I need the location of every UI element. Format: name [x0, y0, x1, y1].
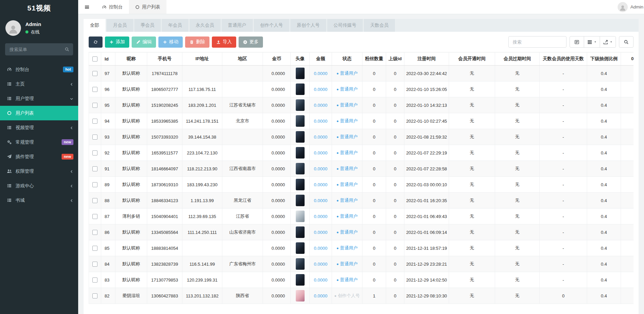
user-avatar-thumbnail[interactable] [296, 83, 305, 95]
row-checkbox[interactable] [92, 103, 97, 108]
status-badge[interactable]: ●普通用户 [336, 87, 358, 92]
user-avatar-thumbnail[interactable] [296, 115, 305, 127]
row-checkbox[interactable] [92, 246, 97, 251]
money-link[interactable]: 0.0000 [314, 214, 328, 219]
money-link[interactable]: 0.0000 [314, 262, 328, 267]
topbar-tab-console[interactable]: 控制台 [96, 0, 129, 14]
money-link[interactable]: 0.0000 [314, 103, 328, 108]
money-link[interactable]: 0.0000 [314, 198, 328, 203]
status-badge[interactable]: ●普通用户 [336, 166, 358, 171]
filter-tab-2[interactable]: 季会员 [134, 19, 161, 32]
pencil-icon [136, 40, 140, 44]
status-badge[interactable]: ●普通用户 [336, 71, 358, 76]
sidebar-search-input[interactable] [5, 43, 73, 55]
edit-button[interactable]: 编辑 [132, 37, 156, 48]
sidebar-item-permission-management[interactable]: 权限管理 [0, 164, 78, 178]
money-link[interactable]: 0.0000 [314, 182, 328, 187]
user-avatar-thumbnail[interactable] [296, 258, 305, 270]
select-all-checkbox[interactable] [92, 56, 97, 62]
filter-tab-1[interactable]: 月会员 [107, 19, 133, 32]
status-badge[interactable]: ●普通用户 [336, 182, 358, 187]
row-checkbox[interactable] [92, 230, 97, 235]
user-avatar-thumbnail[interactable] [296, 290, 305, 301]
money-link[interactable]: 0.0000 [314, 166, 328, 171]
money-link[interactable]: 0.0000 [314, 71, 328, 76]
filter-tab-9[interactable]: 天数会员 [364, 19, 395, 32]
status-badge[interactable]: ●普通用户 [336, 150, 358, 155]
sidebar-item-user-list[interactable]: 用户列表 [0, 106, 78, 120]
export-button[interactable] [600, 36, 616, 48]
status-badge[interactable]: ●普通用户 [336, 118, 358, 123]
sidebar-item-general-management[interactable]: 常规管理new [0, 135, 78, 149]
money-link[interactable]: 0.0000 [314, 87, 328, 92]
topbar-tab-user-list[interactable]: 用户列表 [129, 0, 166, 14]
status-badge[interactable]: ●普通用户 [336, 214, 358, 219]
filter-tab-8[interactable]: 公司传媒号 [327, 19, 363, 32]
money-link[interactable]: 0.0000 [314, 150, 328, 155]
user-avatar-thumbnail[interactable] [296, 131, 305, 143]
status-badge[interactable]: ●创作个人号 [334, 293, 360, 298]
status-badge[interactable]: ●普通用户 [336, 245, 358, 250]
row-checkbox[interactable] [92, 87, 97, 92]
delete-button[interactable]: 删除 [185, 37, 209, 48]
sidebar-item-video-management[interactable]: 视频管理 [0, 120, 78, 135]
row-checkbox[interactable] [92, 150, 97, 155]
money-link[interactable]: 0.0000 [314, 230, 328, 235]
more-button[interactable]: 更多 [239, 37, 263, 48]
user-avatar-thumbnail[interactable] [296, 274, 305, 286]
search-button[interactable] [619, 36, 634, 48]
row-checkbox[interactable] [92, 182, 97, 187]
sidebar-item-game-center[interactable]: 游戏中心 [0, 178, 78, 193]
columns-button[interactable] [584, 36, 600, 48]
user-avatar-thumbnail[interactable] [296, 211, 305, 222]
user-avatar-thumbnail[interactable] [296, 147, 305, 159]
user-avatar-thumbnail[interactable] [296, 242, 305, 254]
row-checkbox[interactable] [92, 135, 97, 140]
status-badge[interactable]: ●普通用户 [336, 261, 358, 266]
status-badge[interactable]: ●普通用户 [336, 230, 358, 235]
money-link[interactable]: 0.0000 [314, 135, 328, 140]
user-avatar-thumbnail[interactable] [296, 195, 305, 206]
status-badge[interactable]: ●普通用户 [336, 277, 358, 282]
filter-tab-0[interactable]: 全部 [84, 19, 106, 32]
filter-tab-4[interactable]: 永久会员 [190, 19, 221, 32]
row-checkbox[interactable] [92, 166, 97, 171]
sidebar-item-user-management[interactable]: 用户管理 [0, 91, 78, 106]
row-checkbox[interactable] [92, 119, 97, 124]
add-button[interactable]: 添加 [105, 37, 129, 48]
row-checkbox[interactable] [92, 214, 97, 219]
status-badge[interactable]: ●普通用户 [336, 102, 358, 107]
status-badge[interactable]: ●普通用户 [336, 134, 358, 139]
status-badge[interactable]: ●普通用户 [336, 198, 358, 203]
sidebar-item-home[interactable]: 主页 [0, 77, 78, 91]
move-button[interactable]: 移动 [158, 37, 183, 48]
sidebar-item-book-city[interactable]: 书城 [0, 193, 78, 208]
user-avatar-thumbnail[interactable] [296, 99, 305, 111]
row-checkbox[interactable] [92, 262, 97, 267]
money-link[interactable]: 0.0000 [314, 277, 328, 283]
table-search-input[interactable] [508, 36, 567, 48]
row-checkbox[interactable] [92, 198, 97, 203]
search-icon[interactable] [65, 47, 69, 52]
filter-tab-6[interactable]: 创作个人号 [254, 19, 290, 32]
detail-view-button[interactable] [570, 36, 584, 48]
sidebar-item-console[interactable]: 控制台hot [0, 62, 78, 77]
user-avatar-thumbnail[interactable] [296, 179, 305, 190]
user-avatar-thumbnail[interactable] [296, 68, 305, 79]
import-button[interactable]: 导入 [212, 37, 236, 48]
sidebar-item-plugin-management[interactable]: 插件管理new [0, 149, 78, 164]
row-checkbox[interactable] [92, 293, 97, 298]
refresh-button[interactable] [89, 37, 103, 48]
row-checkbox[interactable] [92, 277, 97, 283]
money-link[interactable]: 0.0000 [314, 119, 328, 124]
row-checkbox[interactable] [92, 71, 97, 76]
user-avatar-thumbnail[interactable] [296, 226, 305, 238]
money-link[interactable]: 0.0000 [314, 246, 328, 251]
sidebar-toggle-button[interactable] [78, 0, 96, 14]
user-avatar-thumbnail[interactable] [296, 163, 305, 174]
money-link[interactable]: 0.0000 [314, 293, 328, 298]
filter-tab-3[interactable]: 年会员 [162, 19, 188, 32]
filter-tab-5[interactable]: 普通用户 [222, 19, 253, 32]
filter-tab-7[interactable]: 原创个人号 [290, 19, 326, 32]
topbar-user-menu[interactable]: Admin [618, 0, 644, 14]
